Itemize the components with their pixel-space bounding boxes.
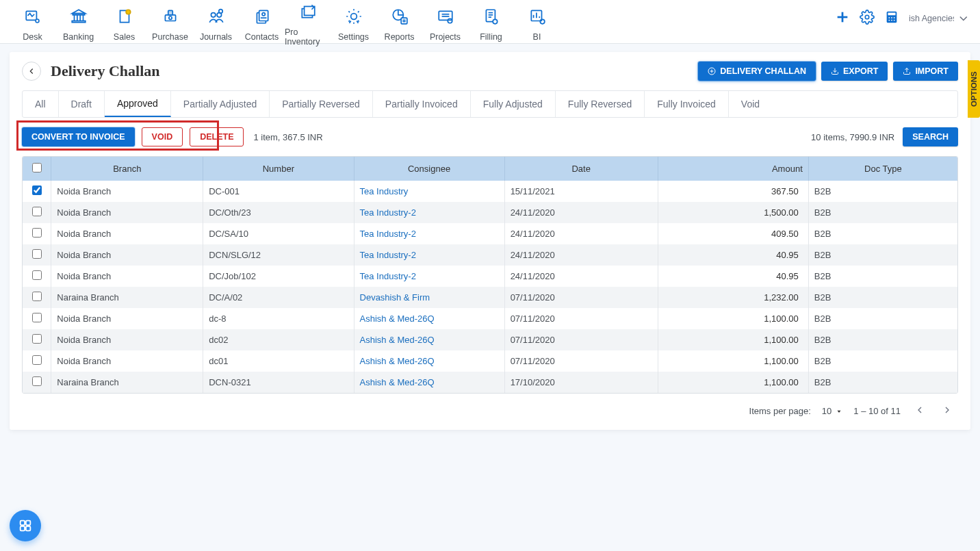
tab-fully-invoiced[interactable]: Fully Invoiced xyxy=(645,91,729,117)
table-row[interactable]: Noida Branch DC/Oth/23 Tea Industry-2 24… xyxy=(23,202,957,223)
nav-settings[interactable]: Settings xyxy=(331,3,376,47)
tab-partially-reversed[interactable]: Partially Reversed xyxy=(270,91,373,117)
apps-fab[interactable] xyxy=(10,510,41,541)
consignee-link[interactable]: Ashish & Med-26Q xyxy=(360,377,435,387)
consignee-link[interactable]: Devashish & Firm xyxy=(360,292,430,303)
search-button[interactable]: SEARCH xyxy=(903,127,958,146)
nav-projects[interactable]: Projects xyxy=(422,3,468,47)
gear-icon[interactable] xyxy=(860,10,875,27)
nav-bi[interactable]: BI xyxy=(514,3,560,47)
pager-next[interactable] xyxy=(939,402,955,420)
import-button[interactable]: IMPORT xyxy=(893,62,958,81)
back-button[interactable] xyxy=(22,62,41,81)
cell-date: 24/11/2020 xyxy=(504,223,658,244)
nav-purchase[interactable]: Purchase xyxy=(147,3,193,47)
tab-fully-adjusted[interactable]: Fully Adjusted xyxy=(471,91,556,117)
svg-point-48 xyxy=(888,17,890,18)
nav-reports[interactable]: Reports xyxy=(376,3,422,47)
cell-branch: Noida Branch xyxy=(51,266,203,287)
nav-banking[interactable]: Banking xyxy=(55,3,101,47)
tab-void[interactable]: Void xyxy=(729,91,772,117)
row-checkbox[interactable] xyxy=(32,292,42,301)
pager-prev[interactable] xyxy=(912,402,928,420)
void-button[interactable]: VOID xyxy=(142,127,183,146)
export-label: EXPORT xyxy=(843,66,878,76)
table-row[interactable]: Naraina Branch DC/A/02 Devashish & Firm … xyxy=(23,287,957,308)
org-switcher[interactable]: ish Agencies( xyxy=(909,11,970,26)
row-checkbox[interactable] xyxy=(32,207,42,216)
cell-branch: Noida Branch xyxy=(51,223,203,244)
table-row[interactable]: Noida Branch DC/SA/10 Tea Industry-2 24/… xyxy=(23,223,957,244)
consignee-link[interactable]: Tea Industry-2 xyxy=(360,250,416,260)
consignee-link[interactable]: Tea Industry-2 xyxy=(360,207,416,218)
cell-branch: Noida Branch xyxy=(51,181,203,202)
add-icon[interactable] xyxy=(835,10,850,27)
cell-date: 15/11/2021 xyxy=(504,181,658,202)
nav-icon xyxy=(299,3,317,23)
nav-desk[interactable]: Desk xyxy=(10,3,55,47)
download-icon xyxy=(831,67,839,75)
nav-icon xyxy=(70,8,88,28)
table-row[interactable]: Noida Branch dc01 Ashish & Med-26Q 07/11… xyxy=(23,350,957,372)
cell-doctype: B2B xyxy=(808,308,957,329)
row-checkbox[interactable] xyxy=(32,355,42,365)
table-row[interactable]: Noida Branch DC-001 Tea Industry 15/11/2… xyxy=(23,181,957,202)
row-checkbox[interactable] xyxy=(32,376,42,386)
th-consignee[interactable]: Consignee xyxy=(354,157,504,181)
nav-sales[interactable]: Sales xyxy=(101,3,147,47)
nav-pro-inventory[interactable]: Pro Inventory xyxy=(285,3,331,47)
consignee-link[interactable]: Tea Industry-2 xyxy=(360,229,416,239)
nav-contacts[interactable]: Contacts xyxy=(239,3,285,47)
consignee-link[interactable]: Ashish & Med-26Q xyxy=(360,335,435,345)
tab-partially-adjusted[interactable]: Partially Adjusted xyxy=(171,91,270,117)
nav-icon xyxy=(24,8,42,28)
cell-doctype: B2B xyxy=(808,202,957,223)
export-button[interactable]: EXPORT xyxy=(821,62,888,81)
tab-draft[interactable]: Draft xyxy=(59,91,105,117)
calculator-icon[interactable] xyxy=(884,10,899,27)
triangle-down-icon xyxy=(836,408,842,415)
nav-journals[interactable]: Journals xyxy=(193,3,239,47)
nav-filling[interactable]: Filling xyxy=(468,3,514,47)
svg-point-53 xyxy=(894,20,895,21)
tab-approved[interactable]: Approved xyxy=(105,91,171,117)
delete-button[interactable]: DELETE xyxy=(190,127,244,146)
tab-fully-reversed[interactable]: Fully Reversed xyxy=(556,91,645,117)
consignee-link[interactable]: Ashish & Med-26Q xyxy=(360,356,435,366)
cell-date: 24/11/2020 xyxy=(504,202,658,223)
row-checkbox[interactable] xyxy=(32,185,42,195)
th-date[interactable]: Date xyxy=(504,157,658,181)
consignee-link[interactable]: Tea Industry xyxy=(360,186,409,196)
th-branch[interactable]: Branch xyxy=(51,157,203,181)
row-checkbox[interactable] xyxy=(32,334,42,344)
top-nav: DeskBankingSalesPurchaseJournalsContacts… xyxy=(0,0,980,44)
cell-amount: 1,232.00 xyxy=(658,287,808,308)
cell-doctype: B2B xyxy=(808,372,957,393)
th-doctype[interactable]: Doc Type xyxy=(808,157,957,181)
table-row[interactable]: Noida Branch dc02 Ashish & Med-26Q 07/11… xyxy=(23,329,957,350)
import-label: IMPORT xyxy=(915,66,949,76)
th-amount[interactable]: Amount xyxy=(658,157,808,181)
row-checkbox[interactable] xyxy=(32,313,42,322)
cell-number: DC/Job/102 xyxy=(203,266,354,287)
row-checkbox[interactable] xyxy=(32,270,42,280)
cell-doctype: B2B xyxy=(808,266,957,287)
consignee-link[interactable]: Tea Industry-2 xyxy=(360,271,416,281)
table-row[interactable]: Noida Branch DCN/SLG/12 Tea Industry-2 2… xyxy=(23,244,957,266)
table-row[interactable]: Naraina Branch DCN-0321 Ashish & Med-26Q… xyxy=(23,372,957,393)
tab-all[interactable]: All xyxy=(23,91,59,117)
th-number[interactable]: Number xyxy=(203,157,354,181)
table-row[interactable]: Noida Branch DC/Job/102 Tea Industry-2 2… xyxy=(23,266,957,287)
convert-to-invoice-button[interactable]: CONVERT TO INVOICE xyxy=(22,127,135,146)
row-checkbox[interactable] xyxy=(32,228,42,238)
delivery-challan-button[interactable]: DELIVERY CHALLAN xyxy=(698,62,816,81)
table-row[interactable]: Noida Branch dc-8 Ashish & Med-26Q 07/11… xyxy=(23,308,957,329)
select-all-checkbox[interactable] xyxy=(32,163,42,172)
tab-partially-invoiced[interactable]: Partially Invoiced xyxy=(373,91,471,117)
nav-icon xyxy=(162,8,179,28)
row-checkbox[interactable] xyxy=(32,249,42,259)
page-size-select[interactable]: 10 xyxy=(822,406,842,416)
svg-rect-63 xyxy=(26,526,30,530)
consignee-link[interactable]: Ashish & Med-26Q xyxy=(360,313,435,324)
options-sidebar-tab[interactable]: OPTIONS xyxy=(968,60,980,118)
